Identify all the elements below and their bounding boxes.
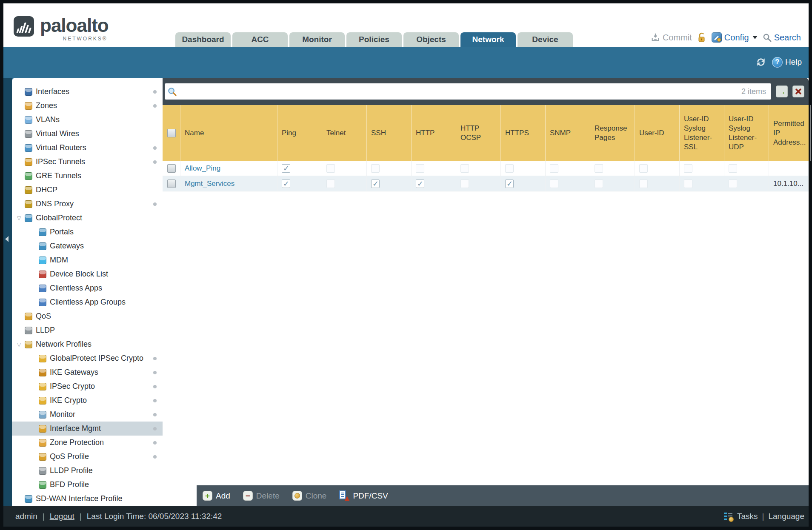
column-header-permitted-ip[interactable]: Permitted IP Address...: [769, 105, 811, 161]
sidebar-item-globalprotect-ipsec-crypto[interactable]: GlobalProtect IPSec Crypto: [12, 351, 163, 365]
add-button[interactable]: +Add: [203, 491, 230, 501]
response-pages-checkbox[interactable]: [595, 180, 603, 188]
user-id-checkbox[interactable]: [639, 180, 648, 188]
column-header-snmp[interactable]: SNMP: [546, 105, 590, 161]
clear-filter-button[interactable]: [792, 85, 804, 97]
sidebar-item-qos-profile[interactable]: QoS Profile: [12, 450, 163, 464]
expanded-triangle-icon[interactable]: ▽: [17, 342, 25, 347]
uid-syslog-ssl-checkbox[interactable]: [684, 164, 692, 173]
search-input[interactable]: [177, 87, 737, 96]
user-id-checkbox[interactable]: [639, 164, 648, 173]
sidebar-collapse-rail[interactable]: [3, 78, 12, 506]
sidebar-item-network-profiles[interactable]: ▽Network Profiles: [12, 337, 163, 351]
sidebar-item-clientless-apps[interactable]: Clientless Apps: [12, 281, 163, 295]
ping-checkbox[interactable]: [282, 180, 290, 188]
column-header-response-pages[interactable]: Response Pages: [590, 105, 635, 161]
https-checkbox[interactable]: [505, 164, 514, 173]
column-header-name[interactable]: Name: [180, 105, 277, 161]
clone-button[interactable]: Clone: [292, 491, 327, 501]
sidebar-item-ipsec-crypto[interactable]: IPSec Crypto: [12, 379, 163, 393]
sidebar-item-monitor[interactable]: Monitor: [12, 407, 163, 422]
column-header-user-id[interactable]: User-ID: [635, 105, 680, 161]
tab-monitor[interactable]: Monitor: [289, 32, 345, 47]
tab-policies[interactable]: Policies: [346, 32, 402, 47]
uid-syslog-ssl-checkbox[interactable]: [684, 180, 692, 188]
row-name-link[interactable]: Mgmt_Services: [185, 180, 234, 188]
column-header-http-ocsp[interactable]: HTTP OCSP: [456, 105, 501, 161]
unlock-icon[interactable]: [697, 32, 706, 43]
tab-network[interactable]: Network: [460, 32, 516, 47]
tab-dashboard[interactable]: Dashboard: [175, 32, 231, 47]
tasks-button[interactable]: Tasks: [737, 512, 758, 521]
monitor-icon: [39, 411, 46, 419]
sidebar-item-vlans[interactable]: VLANs: [12, 113, 163, 127]
uid-syslog-udp-checkbox[interactable]: [729, 180, 737, 188]
column-header-uid-syslog-ssl[interactable]: User-ID Syslog Listener-SSL: [680, 105, 724, 161]
help-button[interactable]: ? Help: [772, 57, 802, 68]
logout-link[interactable]: Logout: [50, 512, 74, 521]
refresh-icon[interactable]: [755, 57, 766, 68]
tab-acc[interactable]: ACC: [232, 32, 288, 47]
drag-dot: [153, 202, 157, 206]
ssh-checkbox[interactable]: [371, 180, 380, 188]
row-name-link[interactable]: Allow_Ping: [185, 164, 220, 173]
tab-objects[interactable]: Objects: [403, 32, 459, 47]
snmp-checkbox[interactable]: [550, 180, 558, 188]
sidebar-item-lldp-profile[interactable]: LLDP Profile: [12, 464, 163, 478]
sidebar-item-dns-proxy[interactable]: DNS Proxy: [12, 197, 163, 211]
select-all-checkbox[interactable]: [167, 129, 176, 137]
http-checkbox[interactable]: [416, 164, 424, 173]
search-menu-button[interactable]: Search: [763, 33, 801, 43]
sidebar-item-interface-mgmt[interactable]: Interface Mgmt: [12, 422, 163, 436]
sidebar-item-virtual-routers[interactable]: Virtual Routers: [12, 141, 163, 155]
column-header-uid-syslog-udp[interactable]: User-ID Syslog Listener-UDP: [724, 105, 769, 161]
sidebar-item-device-block-list[interactable]: Device Block List: [12, 267, 163, 281]
row-select-checkbox[interactable]: [167, 164, 176, 173]
response-pages-checkbox[interactable]: [595, 164, 603, 173]
http-checkbox[interactable]: [416, 180, 424, 188]
column-header-ssh[interactable]: SSH: [367, 105, 412, 161]
expanded-triangle-icon[interactable]: ▽: [17, 216, 25, 221]
tab-device[interactable]: Device: [518, 32, 573, 47]
sidebar-item-dhcp[interactable]: DHCP: [12, 183, 163, 197]
sidebar-item-gre-tunnels[interactable]: GRE Tunnels: [12, 169, 163, 183]
column-header-http[interactable]: HTTP: [412, 105, 456, 161]
delete-button[interactable]: −Delete: [243, 491, 280, 501]
pdf-csv-button[interactable]: PDF/CSV: [339, 490, 388, 501]
sidebar-item-qos[interactable]: QoS: [12, 309, 163, 323]
bfd-profile-icon: [39, 481, 46, 489]
http-ocsp-checkbox[interactable]: [460, 180, 469, 188]
ssh-checkbox[interactable]: [371, 164, 380, 173]
row-select-checkbox[interactable]: [167, 180, 176, 188]
http-ocsp-checkbox[interactable]: [460, 164, 469, 173]
sidebar-item-ike-gateways[interactable]: IKE Gateways: [12, 365, 163, 379]
apply-filter-button[interactable]: →: [776, 85, 788, 97]
ping-checkbox[interactable]: [282, 164, 290, 173]
sidebar-item-clientless-app-groups[interactable]: Clientless App Groups: [12, 295, 163, 309]
telnet-checkbox[interactable]: [326, 164, 335, 173]
sidebar-item-gateways[interactable]: Gateways: [12, 239, 163, 253]
language-button[interactable]: Language: [768, 512, 804, 521]
commit-button[interactable]: Commit: [651, 33, 692, 43]
sidebar-item-zones[interactable]: Zones: [12, 99, 163, 113]
column-header-ping[interactable]: Ping: [277, 105, 322, 161]
sidebar-item-mdm[interactable]: MDM: [12, 253, 163, 267]
column-header-https[interactable]: HTTPS: [501, 105, 546, 161]
sidebar-item-zone-protection[interactable]: Zone Protection: [12, 436, 163, 450]
sidebar-item-bfd-profile[interactable]: BFD Profile: [12, 478, 163, 492]
telnet-checkbox[interactable]: [326, 180, 335, 188]
sidebar-item-ipsec-tunnels[interactable]: IPSec Tunnels: [12, 155, 163, 169]
sidebar-item-interfaces[interactable]: Interfaces: [12, 85, 163, 99]
sidebar-item-sd-wan-interface-profile[interactable]: SD-WAN Interface Profile: [12, 492, 163, 506]
column-header-telnet[interactable]: Telnet: [322, 105, 367, 161]
https-checkbox[interactable]: [505, 180, 514, 188]
drag-dot: [153, 455, 157, 459]
sidebar-item-globalprotect[interactable]: ▽GlobalProtect: [12, 211, 163, 225]
sidebar-item-portals[interactable]: Portals: [12, 225, 163, 239]
sidebar-item-lldp[interactable]: LLDP: [12, 323, 163, 337]
sidebar-item-ike-crypto[interactable]: IKE Crypto: [12, 393, 163, 407]
sidebar-item-virtual-wires[interactable]: Virtual Wires: [12, 127, 163, 141]
config-menu-button[interactable]: Config: [712, 32, 758, 43]
uid-syslog-udp-checkbox[interactable]: [729, 164, 737, 173]
snmp-checkbox[interactable]: [550, 164, 558, 173]
